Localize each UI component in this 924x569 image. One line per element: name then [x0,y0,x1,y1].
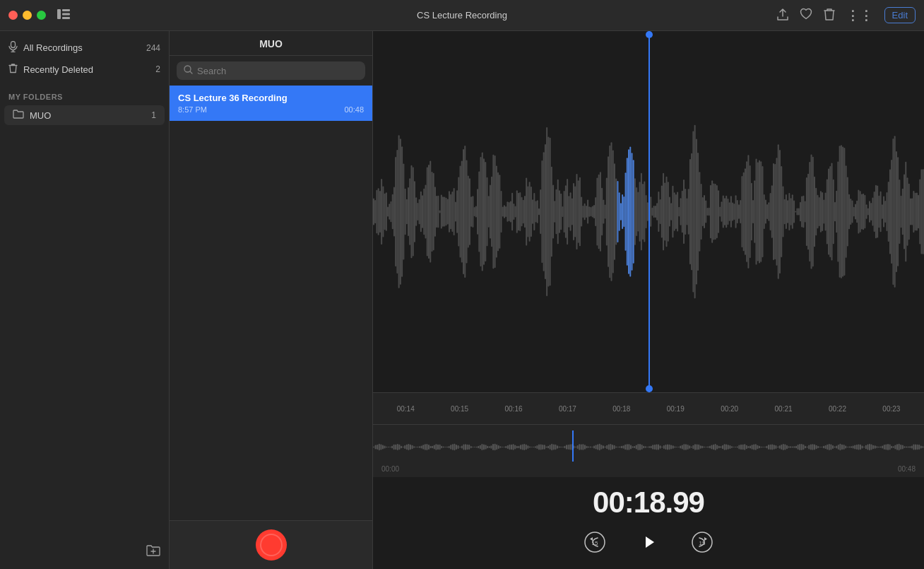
svg-rect-574 [764,447,766,447]
window-title: CS Lecture Recording [417,10,507,20]
skip-back-button[interactable]: 15 [579,527,610,558]
svg-rect-522 [669,445,670,450]
ruler-mark: 00:15 [432,405,486,413]
sidebar-item-recently-deleted[interactable]: Recently Deleted 2 [0,59,169,80]
svg-rect-541 [704,447,705,448]
svg-rect-360 [923,169,924,254]
svg-rect-627 [862,445,863,448]
search-bar[interactable] [177,61,365,80]
svg-rect-159 [606,178,608,246]
sidebar-item-all-recordings[interactable]: All Recordings 244 [0,37,169,59]
svg-rect-73 [470,196,472,226]
play-button[interactable] [633,527,664,558]
svg-rect-171 [625,172,627,250]
svg-rect-284 [802,196,804,228]
all-recordings-count: 244 [146,43,160,53]
svg-rect-211 [688,189,689,234]
svg-rect-278 [793,201,795,223]
svg-rect-210 [686,199,687,225]
recording-duration: 00:48 [344,105,364,114]
svg-rect-202 [674,192,675,230]
edit-button[interactable]: Edit [884,7,916,23]
search-input[interactable] [197,66,358,76]
svg-rect-225 [710,185,711,239]
svg-rect-573 [762,447,764,447]
more-icon[interactable]: ⋮⋮ [846,8,873,23]
svg-rect-189 [653,206,655,218]
sidebar-folder-muo[interactable]: MUO 1 [4,105,165,125]
svg-rect-497 [623,445,624,448]
svg-rect-168 [620,203,622,221]
svg-rect-464 [562,447,564,447]
svg-rect-478 [588,446,589,447]
skip-forward-button[interactable]: 15 [687,527,718,558]
svg-rect-361 [373,447,374,447]
svg-rect-415 [472,447,473,447]
svg-rect-607 [825,445,827,449]
svg-rect-546 [713,445,714,450]
svg-rect-148 [588,206,590,217]
svg-rect-419 [480,445,481,449]
delete-icon[interactable] [824,8,835,23]
svg-rect-659 [920,446,922,449]
close-button[interactable] [8,11,18,20]
svg-rect-334 [882,204,883,219]
svg-rect-307 [839,146,841,277]
svg-rect-593 [799,444,800,450]
svg-rect-179 [637,192,639,232]
svg-rect-205 [678,207,680,217]
svg-rect-554 [728,445,729,449]
svg-rect-183 [644,181,645,242]
sidebar-toggle-icon[interactable] [57,9,70,22]
svg-rect-483 [597,444,598,450]
svg-rect-325 [867,208,869,215]
svg-rect-111 [531,187,532,237]
svg-rect-285 [805,201,806,223]
svg-rect-16 [381,179,382,245]
svg-rect-164 [614,163,615,260]
svg-rect-492 [614,445,615,450]
svg-rect-217 [697,153,699,271]
maximize-button[interactable] [37,11,46,20]
svg-rect-582 [779,445,781,449]
favorite-icon[interactable] [800,8,812,23]
svg-rect-260 [765,199,766,223]
svg-rect-534 [691,447,692,448]
sidebar-nav: All Recordings 244 Recently Deleted 2 [0,31,169,86]
svg-rect-176 [633,160,634,263]
svg-rect-559 [737,446,738,447]
svg-rect-239 [732,203,733,221]
svg-rect-499 [627,444,628,450]
svg-rect-263 [770,193,771,230]
svg-rect-599 [810,445,812,450]
svg-rect-322 [863,194,864,230]
svg-rect-13 [376,190,377,233]
svg-rect-241 [735,195,737,228]
svg-rect-53 [439,211,441,213]
svg-rect-448 [533,447,534,447]
overview-strip[interactable]: 00:00 00:48 [373,424,924,477]
svg-rect-652 [908,447,909,448]
svg-rect-204 [677,192,678,231]
svg-rect-62 [454,188,455,235]
svg-rect-567 [752,445,753,450]
svg-rect-536 [694,444,696,450]
record-button[interactable] [256,529,287,561]
share-icon[interactable] [777,7,788,24]
svg-rect-193 [660,199,661,224]
svg-rect-632 [871,445,872,450]
svg-rect-14 [378,188,379,235]
transport-controls: 15 15 [579,527,718,558]
all-recordings-label: All Recordings [23,42,146,53]
svg-rect-432 [504,447,505,447]
svg-rect-104 [519,192,521,231]
new-folder-button[interactable] [146,544,160,561]
svg-rect-616 [841,445,843,450]
svg-rect-578 [771,444,773,450]
minimize-button[interactable] [23,11,32,20]
svg-rect-270 [781,166,782,257]
svg-rect-397 [439,445,441,450]
recording-item-selected[interactable]: CS Lecture 36 Recording 8:57 PM 00:48 [170,86,372,121]
svg-rect-230 [718,190,719,233]
svg-rect-215 [694,125,696,299]
